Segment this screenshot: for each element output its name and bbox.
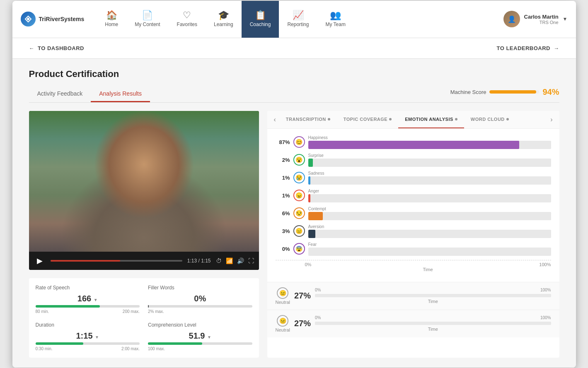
machine-score-value: 94% [542, 87, 559, 97]
user-dropdown-arrow[interactable]: ▼ [563, 16, 568, 22]
tab-next-button[interactable]: › [547, 113, 556, 127]
comprehension-fill [148, 342, 202, 345]
emotion-row-contempt: 6% 😒 Contempt [276, 207, 551, 220]
video-progress-bar[interactable] [51, 260, 182, 262]
neutral-pct-2: 27% [294, 319, 311, 328]
stat-filler-words: Filler Words 0% 2% max. [148, 285, 252, 314]
nav-item-myteam[interactable]: 👥 My Team [317, 1, 353, 38]
filler-words-fill [148, 305, 149, 308]
video-time: 1:13 / 1:15 [187, 258, 211, 264]
nav-item-reporting[interactable]: 📈 Reporting [279, 1, 317, 38]
fear-bar-area: Fear [308, 242, 551, 256]
analysis-tab-transcription[interactable]: TRANSCRIPTION [279, 111, 337, 128]
tab-activity-feedback[interactable]: Activity Feedback [29, 86, 91, 102]
comprehension-track [148, 342, 252, 345]
video-progress-fill [51, 260, 121, 262]
surprise-icon: 😮 [293, 154, 305, 166]
leaderboard-label: TO LEADERBOARD [496, 45, 550, 51]
dashboard-label: TO DASHBOARD [38, 45, 84, 51]
machine-score-label: Machine Score [450, 89, 486, 95]
breadcrumb-dashboard[interactable]: ← TO DASHBOARD [29, 45, 84, 51]
stat-duration: Duration 1:15 ▼ 0:30 min. 2:00 max. [36, 322, 140, 351]
video-container: ▶ 1:13 / 1:15 ⏱ 📶 🔊 ⛶ [29, 111, 259, 270]
neutral-pct-1: 27% [294, 291, 311, 301]
sadness-bar-area: Sadness [308, 171, 551, 185]
user-area[interactable]: 👤 Carlos Martin TRS One ▼ [503, 11, 568, 27]
svg-point-0 [27, 18, 29, 20]
tab-prev-button[interactable]: ‹ [271, 113, 279, 127]
duration-value: 1:15 ▼ [36, 331, 140, 341]
surprise-bar-area: Surprise [308, 153, 551, 167]
neutral-bar-end-2: 100% [540, 315, 551, 320]
aversion-bar-area: Aversion [308, 224, 551, 238]
neutral-label-1: Neutral [276, 300, 290, 305]
nav-item-learning[interactable]: 🎓 Learning [206, 1, 242, 38]
breadcrumb-bar: ← TO DASHBOARD TO LEADERBOARD → [12, 38, 576, 59]
rate-of-speech-track [36, 305, 140, 308]
nav-label-favorites: Favorites [177, 22, 197, 27]
neutral-row-1: 😐 Neutral 27% 0% 100% Time [267, 282, 559, 310]
emotion-row-surprise: 2% 😮 Surprise [276, 153, 551, 167]
reporting-icon: 📈 [293, 11, 304, 20]
logo-area[interactable]: TriRiverSystems [21, 12, 85, 26]
stats-grid: Rate of Speech 166 ▼ 80 min. 200 max. [29, 278, 259, 358]
anger-bar-area: Anger [308, 189, 551, 202]
analysis-tab-emotion-analysis[interactable]: EMOTION ANALYSIS [398, 111, 464, 128]
dur-max-label: 2:00 max. [121, 346, 140, 351]
neutral-bar-start-2: 0% [315, 315, 321, 320]
nav-label-learning: Learning [214, 22, 233, 27]
neutral-icon-2: 😐 [277, 315, 288, 327]
fear-track [308, 248, 551, 256]
page-tabs-row: Activity Feedback Analysis Results Machi… [29, 86, 559, 103]
emotion-row-happiness: 87% 😊 Happiness [276, 135, 551, 149]
video-person-image [29, 111, 259, 252]
tab-analysis-results[interactable]: Analysis Results [91, 86, 150, 102]
comp-max-label: 100 max. [148, 346, 165, 351]
analysis-tab-word-cloud[interactable]: WORD CLOUD [464, 111, 515, 128]
sadness-label: Sadness [308, 171, 551, 176]
contempt-fill [308, 212, 323, 220]
nav-header: TriRiverSystems 🏠 Home 📄 My Content ♡ Fa… [12, 1, 576, 38]
ros-min-label: 80 min. [36, 309, 49, 314]
neutral-icon-group: 😐 Neutral [276, 287, 290, 305]
volume-icon[interactable]: 🔊 [237, 257, 244, 264]
machine-score-fill [489, 90, 536, 94]
user-name: Carlos Martin [524, 14, 559, 20]
analysis-tabs: ‹ TRANSCRIPTION TOPIC COVERAGE EMOTION A… [267, 111, 559, 129]
breadcrumb-leaderboard[interactable]: TO LEADERBOARD → [496, 45, 559, 51]
avatar: 👤 [503, 11, 520, 27]
axis-start-label: 0% [305, 262, 312, 267]
contempt-icon: 😒 [293, 207, 305, 219]
play-button[interactable]: ▶ [34, 255, 46, 267]
rate-of-speech-labels: 80 min. 200 max. [36, 309, 140, 314]
anger-pct: 1% [276, 192, 290, 199]
surprise-pct: 2% [276, 157, 290, 163]
video-icons: ⏱ 📶 🔊 ⛶ [216, 257, 254, 264]
neutral-bar-start-1: 0% [315, 288, 321, 292]
contempt-pct: 6% [276, 210, 290, 216]
aversion-label: Aversion [308, 224, 551, 229]
anger-fill [308, 194, 311, 202]
contempt-label: Contempt [308, 207, 551, 211]
nav-item-coaching[interactable]: 📋 Coaching [242, 1, 279, 38]
coaching-icon: 📋 [255, 11, 266, 20]
nav-item-favorites[interactable]: ♡ Favorites [169, 1, 206, 38]
analysis-tab-topic-coverage[interactable]: TOPIC COVERAGE [337, 111, 398, 128]
filler-words-label: Filler Words [148, 285, 252, 291]
aversion-track [308, 230, 551, 238]
sadness-pct: 1% [276, 175, 290, 181]
timer-icon: ⏱ [216, 257, 222, 264]
filler-words-track [148, 305, 252, 308]
neutral-time-label-1: Time [315, 299, 551, 304]
axis-time-label: Time [276, 267, 551, 275]
video-controls: ▶ 1:13 / 1:15 ⏱ 📶 🔊 ⛶ [29, 252, 259, 270]
fear-pct: 0% [276, 246, 290, 252]
video-frame [29, 111, 259, 252]
ros-indicator: ▼ [94, 298, 98, 302]
nav-item-home[interactable]: 🏠 Home [97, 1, 126, 38]
main-content: Product Certification Activity Feedback … [12, 59, 576, 368]
fullscreen-icon[interactable]: ⛶ [248, 257, 254, 264]
left-panel: ▶ 1:13 / 1:15 ⏱ 📶 🔊 ⛶ [29, 111, 259, 358]
ros-max-label: 200 max. [123, 309, 140, 314]
nav-item-mycontent[interactable]: 📄 My Content [126, 1, 168, 38]
